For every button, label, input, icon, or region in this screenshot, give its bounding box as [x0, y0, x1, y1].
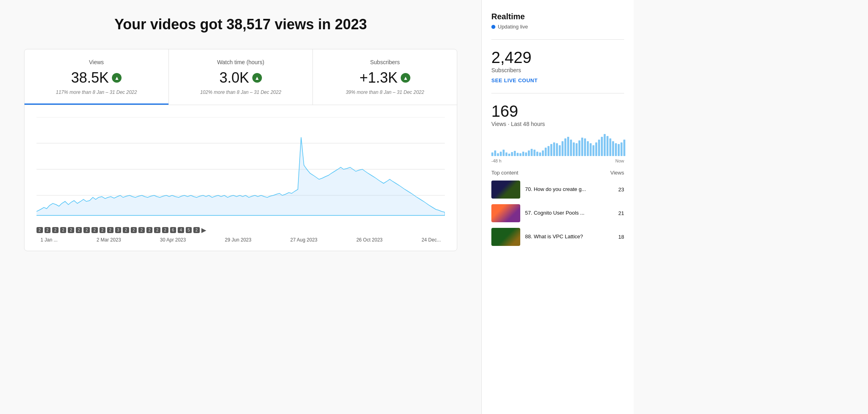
mini-bar	[573, 142, 575, 156]
mini-bar	[606, 136, 608, 156]
content-title: 70. How do you create g...	[525, 186, 614, 193]
mini-bar	[598, 140, 600, 156]
list-item[interactable]: 57. Cognito User Pools ...21	[491, 204, 624, 222]
video-badge[interactable]: 6	[170, 227, 176, 233]
video-badge[interactable]: 2	[52, 227, 59, 233]
mini-bar	[539, 152, 541, 156]
sidebar: Realtime Updating live 2,429 Subscribers…	[481, 0, 634, 414]
badges-arrow[interactable]: ▶	[201, 226, 206, 234]
mini-bar	[514, 151, 516, 156]
mini-bar	[581, 138, 583, 156]
stats-card: Views 38.5K ▲ 117% more than 8 Jan – 31 …	[24, 49, 457, 251]
video-badge[interactable]: 2	[138, 227, 145, 233]
mini-bar	[542, 150, 544, 156]
mini-bar	[517, 153, 519, 156]
mini-chart-labels: -48 h Now	[491, 158, 624, 163]
mini-bar	[505, 152, 507, 156]
mini-bar	[519, 153, 521, 156]
list-item[interactable]: 88. What is VPC Lattice?18	[491, 228, 624, 246]
video-badge[interactable]: 2	[45, 227, 51, 233]
page-title: Your videos got 38,517 views in 2023	[24, 16, 457, 33]
mini-bar	[528, 150, 530, 156]
video-badge[interactable]: 2	[107, 227, 114, 233]
mini-bar	[548, 146, 550, 156]
mini-bar	[508, 154, 510, 156]
video-badge[interactable]: 2	[68, 227, 74, 233]
views-label: Views	[37, 59, 156, 65]
video-badge[interactable]: 2	[154, 227, 160, 233]
thumbnail	[491, 204, 520, 222]
mini-bar	[601, 137, 603, 156]
top-content-header: Top content Views	[491, 170, 624, 176]
mini-chart	[491, 132, 624, 156]
mini-bar	[623, 140, 625, 156]
mini-bar	[531, 149, 533, 156]
tab-views[interactable]: Views 38.5K ▲ 117% more than 8 Jan – 31 …	[24, 49, 169, 105]
video-badge[interactable]: 5	[186, 227, 192, 233]
video-badge[interactable]: 2	[60, 227, 67, 233]
mini-bar	[522, 152, 524, 156]
see-live-count-button[interactable]: SEE LIVE COUNT	[491, 77, 624, 83]
mini-bar	[491, 152, 493, 156]
live-label: Updating live	[498, 24, 528, 30]
views-up-arrow: ▲	[112, 73, 122, 83]
mini-bar	[567, 137, 569, 156]
video-badge[interactable]: 2	[131, 227, 137, 233]
mini-bar	[556, 143, 558, 156]
video-badge[interactable]: 2	[83, 227, 90, 233]
main-chart: 600 400 200 0	[37, 117, 445, 221]
realtime-title: Realtime	[491, 12, 624, 21]
video-badge[interactable]: 2	[123, 227, 129, 233]
video-badge[interactable]: 2	[76, 227, 82, 233]
subscribers-value: +1.3K ▲	[325, 69, 445, 86]
mini-bar	[536, 152, 538, 156]
subscribers-label: Subscribers	[325, 59, 445, 65]
watchtime-up-arrow: ▲	[252, 73, 262, 83]
chart-x-labels: 1 Jan ... 2 Mar 2023 30 Apr 2023 29 Jun …	[37, 237, 445, 243]
content-views: 18	[619, 234, 624, 240]
mini-bar	[604, 134, 606, 156]
watchtime-sub: 102% more than 8 Jan – 31 Dec 2022	[181, 89, 301, 95]
subscribers-section-label: Subscribers	[491, 67, 624, 73]
video-badge[interactable]: 2	[193, 227, 200, 233]
mini-bar	[621, 142, 623, 156]
mini-bar	[570, 140, 572, 156]
subscribers-section: 2,429 Subscribers SEE LIVE COUNT	[491, 49, 624, 93]
video-badge[interactable]: 2	[146, 227, 153, 233]
content-title: 57. Cognito User Pools ...	[525, 210, 614, 217]
chart-container: 600 400 200 0	[37, 117, 445, 221]
mini-bar	[545, 148, 547, 156]
subscribers-sub: 39% more than 8 Jan – 31 Dec 2022	[325, 89, 445, 95]
x-label-6: 26 Oct 2023	[356, 237, 382, 243]
video-badge[interactable]: 4	[178, 227, 184, 233]
mini-bar	[564, 138, 566, 156]
top-content-label: Top content	[491, 170, 518, 176]
x-label-4: 29 Jun 2023	[225, 237, 251, 243]
mini-bar	[592, 145, 594, 156]
chart-left-label: -48 h	[491, 158, 501, 163]
mini-bar	[612, 141, 614, 156]
chart-area: 600 400 200 0 222222222232222226452▶ 1 J…	[24, 105, 457, 251]
video-badge[interactable]: 2	[162, 227, 168, 233]
live-indicator: Updating live	[491, 24, 624, 30]
video-badge[interactable]: 2	[99, 227, 106, 233]
tab-subscribers[interactable]: Subscribers +1.3K ▲ 39% more than 8 Jan …	[313, 49, 457, 105]
mini-bar	[500, 152, 502, 156]
x-label-7: 24 Dec...	[422, 237, 441, 243]
video-badge[interactable]: 2	[91, 227, 98, 233]
mini-bar	[618, 144, 620, 156]
video-badge[interactable]: 3	[115, 227, 122, 233]
subscribers-up-arrow: ▲	[401, 73, 410, 83]
thumbnail	[491, 181, 520, 199]
tab-watchtime[interactable]: Watch time (hours) 3.0K ▲ 102% more than…	[169, 49, 313, 105]
content-views: 21	[619, 210, 624, 216]
views-48h-section: 169 Views · Last 48 hours -48 h Now Top …	[491, 103, 624, 261]
mini-bar	[562, 141, 564, 156]
list-item[interactable]: 70. How do you create g...23	[491, 181, 624, 199]
x-label-1: 1 Jan ...	[41, 237, 58, 243]
mini-bar	[511, 152, 513, 156]
video-badge[interactable]: 2	[37, 227, 43, 233]
x-label-2: 2 Mar 2023	[97, 237, 121, 243]
live-dot	[491, 25, 495, 29]
x-label-5: 27 Aug 2023	[290, 237, 317, 243]
